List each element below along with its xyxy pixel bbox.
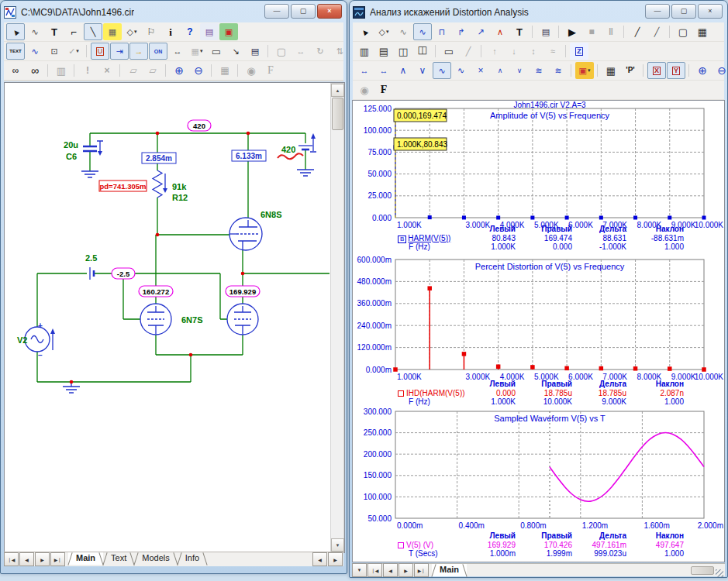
schematic-titlebar[interactable]: C:\MC9\DATA\John1496.cir — ▢ × bbox=[4, 3, 343, 22]
exclude-icon[interactable]: ▣ bbox=[219, 23, 238, 40]
minimize-button[interactable]: — bbox=[645, 4, 670, 19]
text-tool-icon[interactable]: T bbox=[510, 23, 529, 40]
label-cap-value[interactable]: 20u bbox=[64, 140, 78, 150]
maximize-button[interactable]: ▢ bbox=[291, 4, 316, 19]
attributes-icon[interactable]: ▤ bbox=[246, 43, 264, 60]
data-point[interactable] bbox=[633, 366, 638, 371]
data-point[interactable] bbox=[393, 367, 398, 372]
next-sheet-button[interactable]: ▶ bbox=[35, 552, 50, 566]
pin-connect-icon[interactable]: ↔ bbox=[168, 43, 187, 60]
grid-right-icon[interactable]: ◫ bbox=[413, 43, 432, 60]
current-display-icon[interactable]: ⇥ bbox=[110, 43, 129, 60]
flip-vertical-icon[interactable]: ⇅ bbox=[330, 43, 349, 60]
label-cap-ref[interactable]: C6 bbox=[66, 152, 77, 161]
mirror-icon[interactable]: ↔ bbox=[292, 43, 310, 60]
slope-tool-icon[interactable]: ╱ bbox=[459, 43, 478, 60]
tab-info[interactable]: Info bbox=[178, 552, 207, 565]
plot-frame-1[interactable] bbox=[395, 260, 704, 370]
tab-models[interactable]: Models bbox=[134, 552, 177, 565]
label-source-v2[interactable]: V2 bbox=[17, 335, 27, 345]
node-voltage-160[interactable]: 160.272 bbox=[143, 287, 169, 296]
data-point[interactable] bbox=[496, 215, 500, 219]
data-point[interactable] bbox=[496, 364, 501, 369]
node-voltage-420[interactable]: 420 bbox=[193, 122, 205, 130]
page-drop-button[interactable]: ▼ bbox=[352, 563, 367, 577]
data-point[interactable] bbox=[427, 286, 432, 290]
data-point[interactable] bbox=[599, 215, 603, 219]
tab-text[interactable]: Text bbox=[103, 552, 134, 565]
globe-icon[interactable]: ◉ bbox=[355, 81, 374, 98]
browse-window-icon[interactable]: ▤ bbox=[200, 23, 219, 40]
annotate-ramp-icon[interactable]: ↗ bbox=[471, 23, 490, 40]
prev-sheet-button[interactable]: ◀ bbox=[19, 552, 34, 566]
page-bounds-icon[interactable]: ▭ bbox=[207, 43, 226, 60]
power-display-icon[interactable]: → bbox=[129, 43, 148, 60]
condition-display-icon[interactable]: ON bbox=[149, 43, 167, 60]
next-page-button[interactable]: ▶ bbox=[399, 563, 413, 577]
cursor-y-icon[interactable]: ↔ bbox=[374, 62, 393, 79]
label-res-value[interactable]: 91k bbox=[172, 182, 187, 191]
data-point[interactable] bbox=[530, 365, 535, 370]
scroll-thumb[interactable] bbox=[332, 98, 343, 130]
label-bias-value[interactable]: 2.5 bbox=[85, 253, 97, 263]
grid-left-icon[interactable]: ◫ bbox=[394, 43, 412, 60]
envelope-high-icon[interactable]: ≋ bbox=[549, 62, 568, 79]
y-scale-icon[interactable]: Y bbox=[667, 62, 685, 79]
run-icon[interactable]: ▶ bbox=[563, 23, 581, 40]
plots-svg[interactable]: John1496.cir V2.A=3125.000100.00075.0005… bbox=[353, 101, 725, 562]
data-point[interactable] bbox=[530, 215, 534, 219]
pause-icon[interactable]: ‖ bbox=[602, 23, 620, 40]
waveform-bar-icon[interactable]: ⊓ bbox=[433, 23, 451, 40]
first-page-button[interactable]: ❘◀ bbox=[367, 563, 382, 577]
tab-main[interactable]: Main bbox=[68, 552, 103, 565]
data-point[interactable] bbox=[633, 215, 637, 219]
tag-right-icon[interactable]: ↓ bbox=[505, 43, 523, 60]
node-voltage-m25[interactable]: -2.5 bbox=[117, 270, 130, 278]
close-button[interactable]: × bbox=[698, 4, 723, 19]
data-point[interactable] bbox=[428, 215, 432, 219]
current-label-6n8s[interactable]: 6.133m bbox=[236, 152, 262, 160]
plot-frame-0[interactable] bbox=[395, 108, 704, 218]
component-box-icon[interactable]: ▦ bbox=[103, 23, 122, 40]
data-point[interactable] bbox=[462, 215, 466, 219]
send-back-icon[interactable]: ▱ bbox=[143, 62, 162, 79]
vip-icon[interactable]: ✓▾ bbox=[64, 43, 83, 60]
next-error-icon[interactable]: × bbox=[98, 62, 116, 79]
peak-icon[interactable]: ∧ bbox=[394, 62, 412, 79]
help-point-icon[interactable]: ? bbox=[181, 23, 199, 40]
find-text-icon[interactable]: ∞ bbox=[26, 62, 44, 79]
find-component-icon[interactable]: ∞ bbox=[6, 62, 25, 79]
add-component-icon[interactable]: ◇▾ bbox=[374, 23, 393, 40]
p-key-icon[interactable]: 'P' bbox=[621, 62, 640, 79]
slope-points-icon[interactable]: ╱ bbox=[647, 23, 666, 40]
select-tool-icon[interactable]: ▲ bbox=[355, 23, 374, 40]
align-curves-icon[interactable]: ≈ bbox=[543, 43, 562, 60]
slope-icon[interactable]: ╱ bbox=[628, 23, 647, 40]
minimize-button[interactable]: — bbox=[264, 4, 289, 19]
hscroll-right-button[interactable]: ▶ bbox=[328, 552, 343, 566]
last-page-button[interactable]: ▶❘ bbox=[414, 563, 429, 577]
maximize-button[interactable]: ▢ bbox=[671, 4, 696, 19]
data-point[interactable] bbox=[702, 367, 706, 372]
show-pin-numbers-icon[interactable]: ⊡ bbox=[45, 43, 64, 60]
scope-probe-icon[interactable]: ∿ bbox=[394, 23, 412, 40]
select-tool-icon[interactable]: ▲ bbox=[6, 23, 25, 40]
info-tool-icon[interactable]: i bbox=[161, 23, 180, 40]
data-point[interactable] bbox=[668, 215, 671, 219]
prev-error-icon[interactable]: ! bbox=[78, 62, 97, 79]
x-scale-icon[interactable]: X bbox=[647, 62, 666, 79]
zoom-in-icon[interactable]: ⊕ bbox=[693, 62, 712, 79]
global-high-icon[interactable]: ∧ bbox=[491, 62, 509, 79]
label-tube-6n8s[interactable]: 6N8S bbox=[260, 210, 282, 219]
font-icon[interactable]: F bbox=[261, 62, 280, 79]
wave-display-icon[interactable]: ∿ bbox=[413, 23, 432, 40]
node-voltage-169[interactable]: 169.929 bbox=[229, 287, 256, 296]
power-label-r12[interactable]: pd=741.305m bbox=[100, 182, 147, 191]
fo-peaks-icon[interactable]: ∧ bbox=[491, 23, 509, 40]
hscroll-left-button[interactable]: ◀ bbox=[312, 552, 327, 566]
slope-cross-icon[interactable]: × bbox=[471, 62, 490, 79]
diagonal-wire-icon[interactable]: ╲ bbox=[84, 23, 102, 40]
group-select-icon[interactable]: ▢ bbox=[272, 43, 291, 60]
zoom-mode-icon[interactable]: Z bbox=[570, 43, 588, 60]
schematic-canvas[interactable]: + − 2.854m 6.133m pd=741.305m 420 bbox=[4, 82, 345, 553]
